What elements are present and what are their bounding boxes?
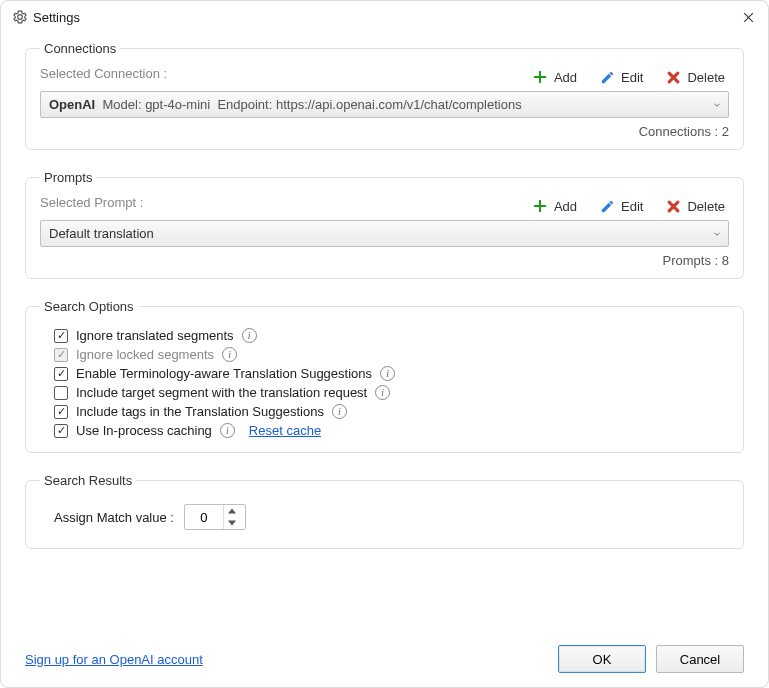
window-title: Settings bbox=[33, 10, 740, 25]
info-icon[interactable]: i bbox=[380, 366, 395, 381]
chevron-down-icon bbox=[712, 100, 722, 110]
cancel-button[interactable]: Cancel bbox=[656, 645, 744, 673]
caret-down-icon bbox=[228, 520, 236, 526]
chevron-down-icon bbox=[712, 229, 722, 239]
prompts-legend: Prompts bbox=[40, 170, 96, 185]
prompts-group: Prompts Selected Prompt : Add bbox=[25, 170, 744, 279]
connection-model: gpt-4o-mini bbox=[145, 97, 210, 112]
add-connection-button[interactable]: Add bbox=[528, 67, 581, 87]
edit-prompt-label: Edit bbox=[621, 199, 643, 214]
connections-count-label: Connections : bbox=[639, 124, 719, 139]
settings-window: Settings Connections Selected Connection… bbox=[0, 0, 769, 688]
gear-icon bbox=[13, 10, 27, 24]
info-icon[interactable]: i bbox=[242, 328, 257, 343]
search-results-group: Search Results Assign Match value : bbox=[25, 473, 744, 549]
prompts-count-label: Prompts : bbox=[663, 253, 719, 268]
connection-provider: OpenAI bbox=[49, 97, 95, 112]
info-icon[interactable]: i bbox=[222, 347, 237, 362]
search-results-legend: Search Results bbox=[40, 473, 136, 488]
ignore-locked-label: Ignore locked segments bbox=[76, 347, 214, 362]
edit-connection-button[interactable]: Edit bbox=[595, 67, 647, 87]
add-connection-label: Add bbox=[554, 70, 577, 85]
inprocess-caching-checkbox[interactable] bbox=[54, 424, 68, 438]
connections-count-row: Connections : 2 bbox=[40, 124, 729, 139]
connections-count: 2 bbox=[722, 124, 729, 139]
selected-connection-label: Selected Connection : bbox=[40, 66, 167, 81]
assign-match-input[interactable] bbox=[185, 505, 223, 529]
delete-prompt-label: Delete bbox=[687, 199, 725, 214]
prompt-dropdown-value: Default translation bbox=[49, 226, 154, 241]
prompts-count-row: Prompts : 8 bbox=[40, 253, 729, 268]
plus-icon bbox=[532, 198, 548, 214]
caret-up-icon bbox=[228, 508, 236, 514]
ignore-translated-label: Ignore translated segments bbox=[76, 328, 234, 343]
ok-button[interactable]: OK bbox=[558, 645, 646, 673]
selected-prompt-label: Selected Prompt : bbox=[40, 195, 143, 210]
pencil-icon bbox=[599, 198, 615, 214]
stepper-down-button[interactable] bbox=[224, 517, 241, 529]
close-icon bbox=[742, 11, 755, 24]
edit-prompt-button[interactable]: Edit bbox=[595, 196, 647, 216]
info-icon[interactable]: i bbox=[332, 404, 347, 419]
include-tags-label: Include tags in the Translation Suggesti… bbox=[76, 404, 324, 419]
delete-prompt-button[interactable]: Delete bbox=[661, 196, 729, 216]
connections-group: Connections Selected Connection : Add bbox=[25, 41, 744, 150]
search-options-group: Search Options Ignore translated segment… bbox=[25, 299, 744, 453]
ignore-locked-checkbox bbox=[54, 348, 68, 362]
connection-endpoint: https://api.openai.com/v1/chat/completio… bbox=[276, 97, 522, 112]
prompt-dropdown[interactable]: Default translation bbox=[40, 220, 729, 247]
terminology-aware-label: Enable Terminology-aware Translation Sug… bbox=[76, 366, 372, 381]
inprocess-caching-label: Use In-process caching bbox=[76, 423, 212, 438]
edit-connection-label: Edit bbox=[621, 70, 643, 85]
delete-connection-button[interactable]: Delete bbox=[661, 67, 729, 87]
delete-connection-label: Delete bbox=[687, 70, 725, 85]
plus-icon bbox=[532, 69, 548, 85]
connection-dropdown[interactable]: OpenAI Model: gpt-4o-mini Endpoint: http… bbox=[40, 91, 729, 118]
terminology-aware-checkbox[interactable] bbox=[54, 367, 68, 381]
add-prompt-button[interactable]: Add bbox=[528, 196, 581, 216]
pencil-icon bbox=[599, 69, 615, 85]
search-options-legend: Search Options bbox=[40, 299, 138, 314]
info-icon[interactable]: i bbox=[220, 423, 235, 438]
connections-legend: Connections bbox=[40, 41, 120, 56]
delete-x-icon bbox=[665, 69, 681, 85]
connection-endpoint-label: Endpoint: bbox=[217, 97, 272, 112]
connection-model-label: Model: bbox=[102, 97, 141, 112]
ignore-translated-checkbox[interactable] bbox=[54, 329, 68, 343]
assign-match-stepper[interactable] bbox=[184, 504, 246, 530]
titlebar: Settings bbox=[1, 1, 768, 33]
footer: Sign up for an OpenAI account OK Cancel bbox=[25, 635, 744, 673]
close-button[interactable] bbox=[740, 9, 756, 25]
include-target-checkbox[interactable] bbox=[54, 386, 68, 400]
info-icon[interactable]: i bbox=[375, 385, 390, 400]
reset-cache-link[interactable]: Reset cache bbox=[249, 423, 321, 438]
signup-openai-link[interactable]: Sign up for an OpenAI account bbox=[25, 652, 203, 667]
prompts-count: 8 bbox=[722, 253, 729, 268]
delete-x-icon bbox=[665, 198, 681, 214]
include-tags-checkbox[interactable] bbox=[54, 405, 68, 419]
assign-match-label: Assign Match value : bbox=[54, 510, 174, 525]
add-prompt-label: Add bbox=[554, 199, 577, 214]
include-target-label: Include target segment with the translat… bbox=[76, 385, 367, 400]
stepper-up-button[interactable] bbox=[224, 505, 241, 517]
